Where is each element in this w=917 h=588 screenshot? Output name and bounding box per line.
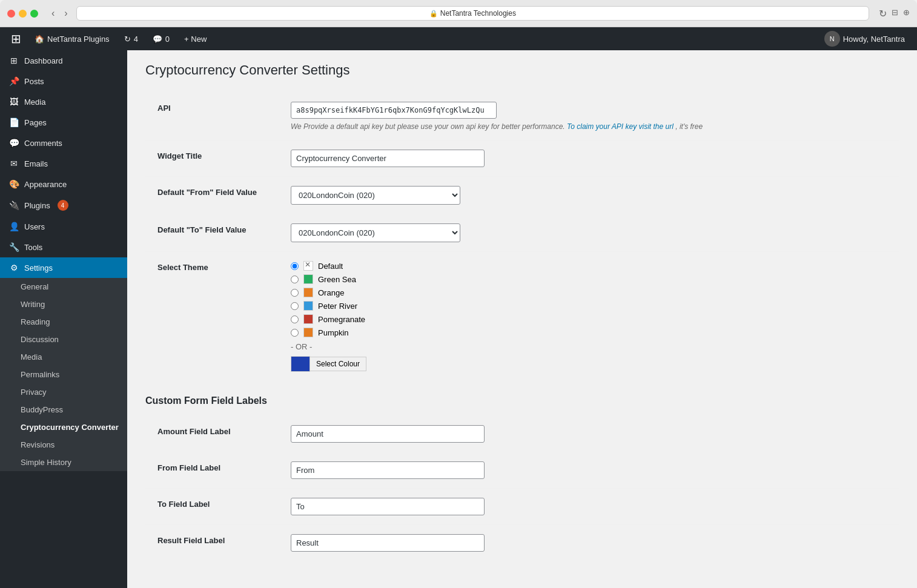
home-icon: 🏠 [35, 35, 44, 44]
theme-options: Default Green Sea Orange [291, 261, 887, 337]
adminbar-home[interactable]: 🏠 NetTantra Plugins [27, 27, 117, 50]
submenu-writing[interactable]: Writing [0, 296, 127, 313]
theme-radio-default[interactable] [291, 262, 299, 270]
theme-option-default[interactable]: Default [291, 261, 887, 271]
theme-option-peter-river[interactable]: Peter River [291, 301, 887, 311]
sidebar-item-dashboard[interactable]: ⊞ Dashboard [0, 50, 127, 71]
sidebar: ⊞ Dashboard 📌 Posts 🖼 Media 📄 Pages 💬 Co… [0, 50, 127, 588]
theme-option-pomegranate[interactable]: Pomegranate [291, 314, 887, 324]
sidebar-item-plugins[interactable]: 🔌 Plugins 4 [0, 194, 127, 216]
to-label-row: To Field Label [145, 489, 899, 525]
amount-field-label: Amount Field Label [145, 416, 279, 452]
from-label-cell [279, 452, 899, 489]
submenu-media[interactable]: Media [0, 348, 127, 366]
browser-settings-icon[interactable]: ⊕ [903, 8, 910, 19]
submenu-reading[interactable]: Reading [0, 313, 127, 331]
theme-radio-pumpkin[interactable] [291, 329, 299, 337]
submenu-discussion[interactable]: Discussion [0, 331, 127, 348]
select-colour-button[interactable]: Select Colour [310, 357, 366, 371]
address-bar[interactable]: 🔒 NetTantra Technologies [76, 6, 869, 21]
secure-icon: 🔒 [429, 10, 438, 18]
maximize-button[interactable] [30, 10, 38, 18]
theme-option-pumpkin[interactable]: Pumpkin [291, 328, 887, 337]
from-label-input[interactable] [291, 461, 485, 479]
sidebar-item-pages[interactable]: 📄 Pages [0, 112, 127, 133]
sidebar-item-emails[interactable]: ✉ Emails [0, 153, 127, 174]
custom-form-table: Amount Field Label From Field Label To F… [145, 416, 899, 561]
browser-chrome: ‹ › 🔒 NetTantra Technologies ↻ ⊟ ⊕ [0, 0, 917, 27]
sidebar-label-comments: Comments [24, 139, 62, 148]
theme-option-orange[interactable]: Orange [291, 288, 887, 297]
sidebar-item-users[interactable]: 👤 Users [0, 216, 127, 237]
sidebar-item-media[interactable]: 🖼 Media [0, 91, 127, 112]
to-label-input[interactable] [291, 498, 485, 515]
adminbar-updates[interactable]: ↻ 4 [117, 27, 145, 50]
to-field-select[interactable]: 020LondonCoin (020) [291, 223, 460, 242]
theme-radio-pomegranate[interactable] [291, 315, 299, 323]
api-link[interactable]: To claim your API key visit the url [567, 122, 674, 131]
minimize-button[interactable] [19, 10, 27, 18]
submenu-privacy[interactable]: Privacy [0, 383, 127, 401]
amount-input[interactable] [291, 425, 485, 443]
theme-radio-green-sea[interactable] [291, 276, 299, 283]
sidebar-item-tools[interactable]: 🔧 Tools [0, 237, 127, 257]
comments-sidebar-icon: 💬 [8, 138, 19, 148]
settings-submenu: General Writing Reading Discussion Media… [0, 278, 127, 471]
adminbar-new[interactable]: + New [177, 27, 214, 50]
forward-button[interactable]: › [61, 7, 71, 20]
comments-icon: 💬 [153, 35, 162, 44]
submenu-revisions[interactable]: Revisions [0, 436, 127, 454]
submenu-crypto-converter[interactable]: Cryptocurrency Converter [0, 418, 127, 436]
wp-admin-bar: ⊞ 🏠 NetTantra Plugins ↻ 4 💬 0 + New N Ho… [0, 27, 917, 50]
adminbar-howdy[interactable]: N Howdy, NetTantra [817, 27, 912, 50]
adminbar-comments[interactable]: 💬 0 [145, 27, 177, 50]
browser-menu-icon[interactable]: ⊟ [892, 8, 898, 19]
sidebar-label-plugins: Plugins [24, 201, 50, 210]
plugins-icon: 🔌 [8, 200, 19, 210]
sidebar-item-comments[interactable]: 💬 Comments [0, 133, 127, 153]
theme-option-green-sea[interactable]: Green Sea [291, 274, 887, 284]
result-cell [279, 525, 899, 561]
theme-radio-orange[interactable] [291, 289, 299, 297]
api-link-suffix: , it's free [675, 122, 703, 131]
widget-title-input[interactable] [291, 150, 485, 167]
api-cell: We Provide a default api key but please … [279, 93, 899, 140]
default-from-row: Default "From" Field Value 020LondonCoin… [145, 177, 899, 214]
back-button[interactable]: ‹ [48, 7, 58, 20]
wp-logo[interactable]: ⊞ [5, 31, 27, 46]
close-button[interactable] [7, 10, 15, 18]
result-label-input[interactable] [291, 534, 485, 552]
nav-buttons: ‹ › [48, 7, 71, 20]
emails-icon: ✉ [8, 159, 19, 168]
color-swatch[interactable] [291, 356, 310, 372]
api-input[interactable] [291, 102, 497, 119]
from-field-label: Default "From" Field Value [145, 177, 279, 214]
theme-swatch-default [303, 261, 313, 271]
submenu-buddypress[interactable]: BuddyPress [0, 401, 127, 418]
page-title: Cryptocurrency Converter Settings [145, 62, 899, 78]
main-content: Cryptocurrency Converter Settings API We… [127, 50, 917, 588]
theme-radio-peter-river[interactable] [291, 302, 299, 310]
from-label-th: From Field Label [145, 452, 279, 489]
sidebar-label-appearance: Appearance [24, 180, 67, 189]
reload-button[interactable]: ↻ [879, 8, 887, 19]
theme-label: Select Theme [145, 252, 279, 382]
howdy-text: Howdy, NetTantra [843, 35, 905, 44]
plugins-badge: 4 [58, 200, 68, 211]
sidebar-item-appearance[interactable]: 🎨 Appearance [0, 174, 127, 194]
sidebar-item-settings[interactable]: ⚙ Settings [0, 257, 127, 278]
custom-form-heading: Custom Form Field Labels [145, 395, 899, 406]
sidebar-item-posts[interactable]: 📌 Posts [0, 71, 127, 91]
from-field-select[interactable]: 020LondonCoin (020) [291, 186, 460, 205]
settings-form-table: API We Provide a default api key but ple… [145, 93, 899, 381]
submenu-general[interactable]: General [0, 278, 127, 296]
to-field-label: Default "To" Field Value [145, 214, 279, 252]
widget-title-label: Widget Title [145, 140, 279, 177]
api-label: API [145, 93, 279, 140]
theme-label-peter-river: Peter River [318, 302, 357, 311]
submenu-simple-history[interactable]: Simple History [0, 454, 127, 471]
theme-label-pumpkin: Pumpkin [318, 328, 349, 337]
submenu-permalinks[interactable]: Permalinks [0, 366, 127, 383]
posts-icon: 📌 [8, 76, 19, 86]
api-note-text: We Provide a default api key but please … [291, 122, 565, 131]
